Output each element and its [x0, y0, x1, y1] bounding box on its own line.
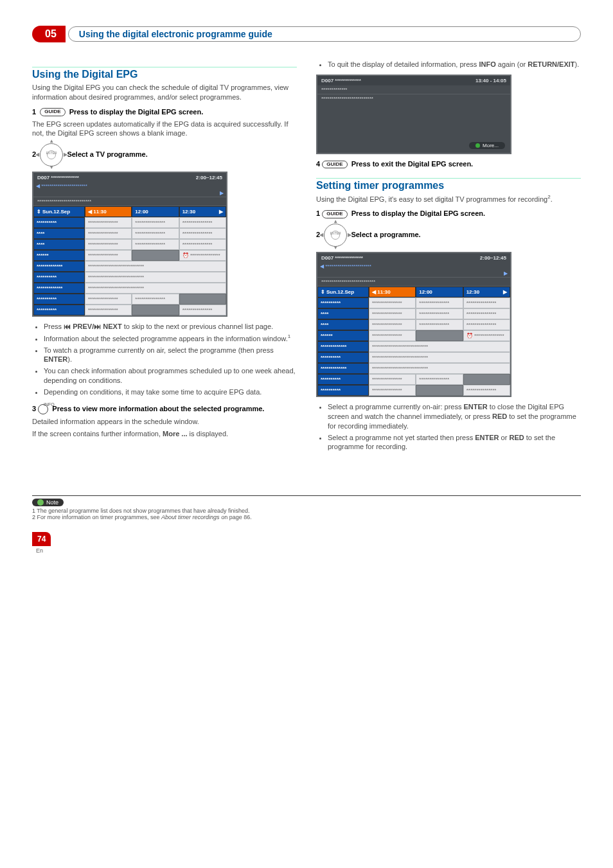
nav-disc-icon: ◀ ▶ ▲ ▼ ENTER	[40, 143, 63, 166]
epg-col-3: 12:30	[466, 289, 479, 295]
heading-digital-epg: Using the Digital EPG	[32, 67, 297, 80]
step3-desc1: Detailed information appears in the sche…	[32, 417, 297, 427]
epg-row: ****	[33, 239, 85, 250]
section-header: 05 Using the digital electronic programm…	[32, 26, 581, 42]
epg-cell: ***************	[463, 319, 510, 330]
bullet-list-1: Press ⏮ PREV/⏭ NEXT to skip to the next …	[44, 322, 297, 397]
epg-screenshot-2: D007 ************** 2:00~12:45 ◀ *******…	[316, 252, 511, 397]
epg-row: **********	[317, 297, 369, 308]
epg-cell-clock: ⏰ ***************	[179, 250, 226, 261]
list-item: To watch a programme currently on air, s…	[44, 346, 297, 365]
epg-cell: ***************	[132, 228, 179, 239]
epg-channel: D007 **************	[321, 255, 363, 261]
epg-row: ****	[33, 228, 85, 239]
epg-cell-clock: ⏰ ***************	[463, 330, 510, 341]
info-label: INFO	[44, 402, 297, 407]
footnote-2: 2	[547, 194, 550, 200]
epg-row: ******	[317, 330, 369, 341]
language-label: En	[36, 547, 43, 554]
epg-cell: ***************	[85, 239, 132, 250]
list-item: Press ⏮ PREV/⏭ NEXT to skip to the next …	[44, 322, 297, 332]
notes-section: Note 1 The general programme list does n…	[32, 495, 581, 520]
epg-row: ****	[317, 308, 369, 319]
tstep2-text: Select a programme.	[351, 231, 420, 238]
section-title: Using the digital electronic programme g…	[68, 26, 581, 42]
step2-text: Select a TV programme.	[67, 150, 147, 158]
list-item: Select a programme not yet started then …	[328, 433, 581, 452]
epg-cell: ***************	[416, 374, 463, 385]
epg-cell: ****************************	[85, 261, 226, 272]
epg-cell: ***************	[179, 239, 226, 250]
epg-sub1: ***********************	[41, 183, 87, 189]
epg-cell: ***************	[85, 305, 132, 315]
section-number: 05	[32, 26, 66, 42]
step-1: 1 GUIDE Press to display the Digital EPG…	[32, 107, 297, 117]
epg-cell: ***************	[85, 294, 132, 305]
epg-col-3: 12:30	[182, 209, 195, 215]
timer-intro: Using the Digital EPG, it's easy to set …	[316, 194, 581, 204]
epg-cell: ***************	[463, 297, 510, 308]
left-column: Using the Digital EPG Using the Digital …	[32, 58, 297, 457]
epg-row: **********	[317, 385, 369, 396]
epg-row: **********	[33, 294, 85, 305]
epg-sub1: ***********************	[325, 263, 371, 269]
guide-button-icon: GUIDE	[40, 108, 65, 116]
page-number: 74	[32, 532, 51, 546]
epg-row: *************	[33, 283, 85, 294]
epg-row: **********	[33, 217, 85, 228]
info-line: *************	[317, 85, 510, 94]
epg-row: **********	[317, 352, 369, 363]
epg-cell: ***************	[85, 217, 132, 228]
note-pill: Note	[32, 499, 64, 506]
step-4: 4 GUIDE Press to exit the Digital EPG sc…	[316, 159, 581, 169]
epg-cell: ****************************	[85, 272, 226, 283]
list-item: Depending on conditions, it may take som…	[44, 387, 297, 397]
epg-cell: ***************	[369, 385, 416, 396]
epg-row: ****	[317, 319, 369, 330]
intro-text: Using the Digital EPG you can check the …	[32, 83, 297, 102]
timer-step-2: 2 ◀ ▶ ▲ ▼ ENTER Select a programme.	[316, 224, 581, 247]
note-icon	[37, 499, 44, 506]
epg-col-1: 11:30	[377, 289, 390, 295]
epg-cell	[463, 374, 510, 385]
info-channel: D007 *************	[321, 78, 361, 84]
epg-cell	[132, 305, 179, 315]
epg-time: 2:00~12:45	[196, 175, 222, 181]
epg-row: *************	[317, 363, 369, 374]
epg-cell: ***************	[463, 385, 510, 396]
heading-timer: Setting timer programmes	[316, 178, 581, 191]
epg-sub2: ***************************	[33, 197, 226, 206]
epg-cell	[132, 250, 179, 261]
epg-row: **********	[33, 305, 85, 315]
step4-text: Press to exit the Digital EPG screen.	[351, 160, 474, 168]
epg-cell: ****************************	[369, 341, 510, 352]
epg-row: *************	[317, 341, 369, 352]
right-column: To quit the display of detailed informat…	[316, 58, 581, 457]
epg-row: **********	[33, 272, 85, 283]
bullet-list-2: Select a programme currently on-air: pre…	[328, 402, 581, 452]
epg-cell: ***************	[416, 319, 463, 330]
note-2: 2 For more information on timer programm…	[32, 514, 581, 520]
epg-cell: ***************	[369, 308, 416, 319]
epg-date: Sun.12.Sep	[42, 209, 70, 215]
epg-channel: D007 **************	[37, 175, 79, 181]
guide-button-icon: GUIDE	[322, 161, 347, 169]
epg-sub2: ***************************	[317, 277, 510, 287]
guide-button-icon: GUIDE	[322, 210, 347, 218]
epg-cell: ***************	[416, 297, 463, 308]
epg-cell: ***************	[132, 294, 179, 305]
epg-row: **********	[317, 374, 369, 385]
epg-cell	[416, 330, 463, 341]
footnote-1: 1	[288, 333, 290, 339]
note-1: 1 The general programme list does not sh…	[32, 508, 581, 514]
epg-screenshot: D007 ************** 2:00~12:45 ◀ *******…	[32, 172, 227, 317]
step3-desc2: If the screen contains further informati…	[32, 429, 297, 439]
epg-col-2: 12:00	[416, 287, 463, 297]
epg-date: Sun.12.Sep	[326, 289, 354, 295]
epg-cell: ***************	[416, 308, 463, 319]
info-time: 13:40 - 14:05	[475, 78, 506, 84]
step1-desc: The EPG screen updates automatically if …	[32, 120, 297, 139]
tstep1-text: Press to display the Digital EPG screen.	[351, 209, 485, 217]
epg-cell: ***************	[179, 228, 226, 239]
epg-cell: ***************	[132, 239, 179, 250]
